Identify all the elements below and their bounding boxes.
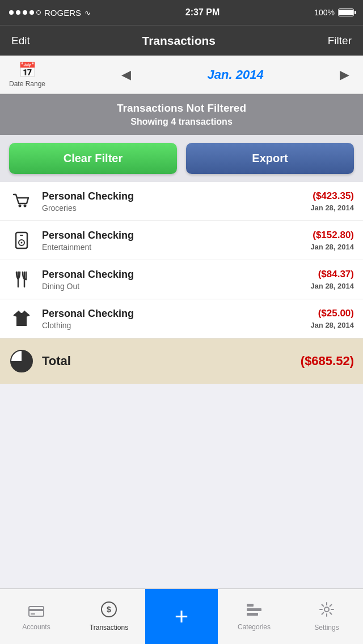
accounts-label: Accounts bbox=[22, 623, 50, 631]
export-button[interactable]: Export bbox=[186, 143, 354, 174]
wifi-icon: ∿ bbox=[85, 9, 91, 17]
transactions-icon: $ bbox=[101, 601, 117, 621]
svg-rect-15 bbox=[247, 608, 261, 611]
dot-1 bbox=[9, 10, 14, 15]
transaction-amount: ($25.00) bbox=[310, 308, 354, 319]
svg-rect-11 bbox=[31, 613, 35, 615]
date-range-label: Date Range bbox=[9, 80, 45, 88]
tab-transactions[interactable]: $ Transactions bbox=[73, 589, 145, 644]
battery-fill bbox=[339, 10, 353, 15]
nav-bar: Edit Transactions Filter bbox=[0, 25, 363, 56]
filter-banner-title: Transactions Not Filtered bbox=[9, 102, 354, 115]
filter-banner: Transactions Not Filtered Showing 4 tran… bbox=[0, 94, 363, 135]
categories-icon bbox=[246, 603, 262, 621]
svg-rect-14 bbox=[247, 604, 254, 607]
add-icon: + bbox=[175, 605, 189, 629]
nav-title: Transactions bbox=[142, 34, 216, 48]
signal-dots bbox=[9, 10, 41, 15]
transaction-amount: ($423.35) bbox=[310, 190, 354, 202]
svg-point-4 bbox=[21, 242, 23, 244]
total-amount: ($685.52) bbox=[301, 354, 354, 368]
transaction-list: Personal Checking Groceries ($423.35) Ja… bbox=[0, 182, 363, 338]
next-month-button[interactable]: ▶ bbox=[335, 63, 354, 87]
transactions-label: Transactions bbox=[90, 624, 128, 632]
svg-rect-5 bbox=[20, 235, 23, 236]
date-range-row: 📅 Date Range ◀ Jan. 2014 ▶ bbox=[0, 56, 363, 94]
transaction-date: Jan 28, 2014 bbox=[310, 204, 354, 212]
svg-point-17 bbox=[324, 607, 329, 612]
calendar-icon[interactable]: 📅 bbox=[18, 61, 36, 79]
table-row[interactable]: Personal Checking Dining Out ($84.37) Ja… bbox=[0, 260, 363, 299]
clear-filter-button[interactable]: Clear Filter bbox=[9, 143, 177, 174]
svg-rect-16 bbox=[247, 613, 258, 616]
dining-icon bbox=[9, 267, 34, 292]
account-name: Personal Checking bbox=[42, 190, 302, 202]
tab-accounts[interactable]: Accounts bbox=[0, 589, 73, 644]
content-spacer bbox=[0, 384, 363, 418]
status-bar-left: ROGERS ∿ bbox=[9, 8, 91, 18]
categories-label: Categories bbox=[238, 623, 271, 631]
amount-section: ($423.35) Jan 28, 2014 bbox=[310, 190, 354, 212]
amount-section: ($152.80) Jan 28, 2014 bbox=[310, 230, 354, 251]
current-month: Jan. 2014 bbox=[208, 67, 264, 82]
dot-2 bbox=[16, 10, 20, 15]
prev-month-button[interactable]: ◀ bbox=[117, 63, 136, 87]
battery-icon bbox=[338, 9, 354, 16]
status-time: 2:37 PM bbox=[185, 7, 220, 18]
transaction-details: Personal Checking Dining Out bbox=[42, 269, 302, 291]
carrier-label: ROGERS bbox=[44, 8, 81, 18]
transaction-details: Personal Checking Groceries bbox=[42, 190, 302, 213]
tab-settings[interactable]: Settings bbox=[290, 589, 363, 644]
entertainment-icon bbox=[9, 228, 34, 253]
settings-icon bbox=[319, 601, 335, 621]
dot-3 bbox=[23, 10, 27, 15]
svg-text:$: $ bbox=[107, 605, 111, 614]
tab-add[interactable]: + bbox=[145, 589, 218, 644]
svg-rect-9 bbox=[29, 607, 44, 616]
tab-bar: Accounts $ Transactions + Categories bbox=[0, 588, 363, 644]
total-label: Total bbox=[42, 354, 293, 368]
table-row[interactable]: Personal Checking Groceries ($423.35) Ja… bbox=[0, 182, 363, 221]
category-name: Groceries bbox=[42, 204, 302, 213]
transaction-details: Personal Checking Clothing bbox=[42, 308, 302, 330]
transaction-details: Personal Checking Entertainment bbox=[42, 230, 302, 252]
amount-section: ($84.37) Jan 28, 2014 bbox=[310, 269, 354, 290]
action-buttons-row: Clear Filter Export bbox=[0, 135, 363, 182]
battery-label: 100% bbox=[314, 8, 335, 17]
category-name: Dining Out bbox=[42, 282, 302, 291]
dot-4 bbox=[29, 10, 34, 15]
category-name: Clothing bbox=[42, 321, 302, 330]
settings-label: Settings bbox=[314, 624, 339, 632]
svg-rect-10 bbox=[29, 609, 44, 611]
dot-5 bbox=[36, 10, 41, 15]
account-name: Personal Checking bbox=[42, 269, 302, 281]
filter-button[interactable]: Filter bbox=[328, 35, 352, 47]
table-row[interactable]: Personal Checking Entertainment ($152.80… bbox=[0, 221, 363, 260]
filter-banner-subtitle: Showing 4 transactions bbox=[9, 117, 354, 127]
category-name: Entertainment bbox=[42, 243, 302, 252]
transaction-date: Jan 28, 2014 bbox=[310, 321, 354, 329]
total-row: Total ($685.52) bbox=[0, 338, 363, 384]
date-range-left: 📅 Date Range bbox=[9, 61, 45, 88]
transaction-date: Jan 28, 2014 bbox=[310, 243, 354, 251]
svg-point-1 bbox=[24, 205, 27, 207]
edit-button[interactable]: Edit bbox=[11, 35, 30, 47]
svg-point-0 bbox=[19, 205, 22, 207]
clothing-icon bbox=[9, 306, 34, 331]
status-bar: ROGERS ∿ 2:37 PM 100% bbox=[0, 0, 363, 25]
transaction-amount: ($152.80) bbox=[310, 230, 354, 241]
pie-chart-icon bbox=[9, 349, 34, 374]
transaction-date: Jan 28, 2014 bbox=[310, 282, 354, 290]
groceries-icon bbox=[9, 189, 34, 214]
transaction-amount: ($84.37) bbox=[310, 269, 354, 280]
status-bar-right: 100% bbox=[314, 8, 354, 17]
amount-section: ($25.00) Jan 28, 2014 bbox=[310, 308, 354, 329]
account-name: Personal Checking bbox=[42, 308, 302, 320]
accounts-icon bbox=[28, 603, 44, 621]
account-name: Personal Checking bbox=[42, 230, 302, 242]
table-row[interactable]: Personal Checking Clothing ($25.00) Jan … bbox=[0, 299, 363, 338]
tab-categories[interactable]: Categories bbox=[218, 589, 290, 644]
